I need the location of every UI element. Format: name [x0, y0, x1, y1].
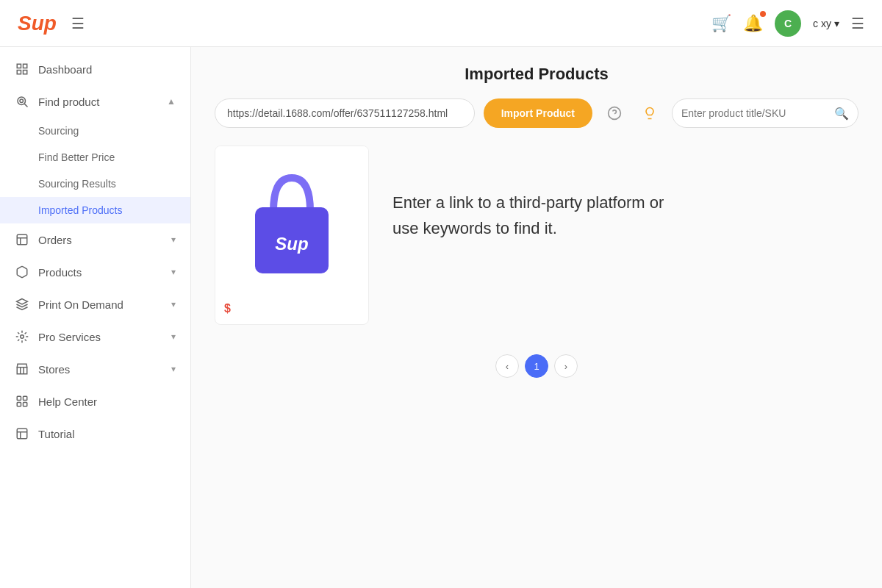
cart-icon[interactable]: 🛒 [711, 14, 731, 33]
sidebar-item-imported-products[interactable]: Imported Products [0, 197, 190, 223]
sidebar-item-find-better-price[interactable]: Find Better Price [0, 144, 190, 171]
page-title: Imported Products [215, 65, 858, 84]
pagination-next[interactable]: › [554, 354, 578, 378]
help-question-icon[interactable] [601, 100, 628, 126]
pro-services-chevron-icon: ▾ [171, 331, 176, 342]
avatar[interactable]: C [775, 10, 801, 37]
sup-bag-illustration: Sup [248, 163, 336, 277]
logo: Sup [18, 12, 57, 35]
header: Sup ☰ 🛒 🔔 C c xy ▾ ☰ [0, 0, 882, 47]
header-menu-icon[interactable]: ☰ [851, 15, 864, 32]
main-content: Imported Products Import Product 🔍 [191, 47, 882, 588]
find-product-icon [15, 94, 29, 109]
sidebar-item-pro-services[interactable]: Pro Services ▾ [0, 320, 190, 353]
svg-rect-3 [24, 71, 27, 74]
svg-rect-9 [17, 396, 21, 400]
stores-chevron-icon: ▾ [171, 364, 176, 374]
svg-rect-2 [17, 71, 21, 74]
orders-icon [15, 232, 29, 247]
svg-text:Sup: Sup [275, 234, 308, 254]
sidebar-item-stores[interactable]: Stores ▾ [0, 353, 190, 385]
hamburger-icon[interactable]: ☰ [71, 15, 85, 32]
sidebar-item-dashboard[interactable]: Dashboard [0, 53, 190, 85]
bulb-icon[interactable] [637, 100, 663, 126]
sidebar-item-find-product-label: Find product [38, 96, 158, 108]
help-icon [15, 394, 29, 409]
svg-line-5 [24, 104, 27, 107]
sidebar-item-orders-label: Orders [38, 234, 162, 246]
print-chevron-icon: ▾ [171, 299, 176, 309]
url-input[interactable] [215, 98, 475, 128]
toolbar: Import Product 🔍 [215, 98, 858, 128]
pagination: ‹ 1 › [215, 354, 858, 378]
svg-rect-12 [24, 403, 27, 406]
search-wrap: 🔍 [672, 98, 858, 128]
search-icon: 🔍 [834, 107, 849, 121]
chevron-down-icon: ▾ [834, 18, 839, 29]
sidebar-item-sourcing[interactable]: Sourcing [0, 118, 190, 144]
sidebar-item-help-center-label: Help Center [38, 395, 176, 408]
sidebar-item-stores-label: Stores [38, 363, 162, 376]
layout: Dashboard Find product ▲ Sourcing Find B… [0, 47, 882, 588]
product-card-body: $ [215, 293, 368, 324]
pagination-prev[interactable]: ‹ [495, 354, 519, 378]
sidebar-item-tutorial-label: Tutorial [38, 428, 176, 440]
svg-point-4 [18, 97, 26, 105]
notification-badge [760, 11, 766, 17]
empty-state: Enter a link to a third-party platform o… [392, 146, 664, 241]
pro-services-icon [15, 329, 29, 344]
product-card-image: Sup [215, 146, 368, 293]
svg-rect-7 [17, 234, 27, 245]
search-input[interactable] [681, 107, 828, 119]
products-icon [15, 265, 29, 279]
svg-rect-11 [17, 403, 21, 406]
svg-rect-13 [17, 429, 27, 439]
sidebar-item-products-label: Products [38, 266, 162, 279]
sidebar-item-help-center[interactable]: Help Center [0, 385, 190, 417]
svg-rect-0 [17, 64, 21, 68]
svg-point-6 [20, 99, 24, 103]
svg-rect-10 [24, 396, 27, 400]
sidebar-item-print-label: Print On Demand [38, 298, 162, 311]
username[interactable]: c xy ▾ [813, 18, 839, 29]
find-product-submenu: Sourcing Find Better Price Sourcing Resu… [0, 118, 190, 223]
sidebar: Dashboard Find product ▲ Sourcing Find B… [0, 47, 191, 588]
stores-icon [15, 362, 29, 376]
sidebar-item-print-on-demand[interactable]: Print On Demand ▾ [0, 288, 190, 320]
sidebar-item-sourcing-results[interactable]: Sourcing Results [0, 171, 190, 197]
sidebar-item-tutorial[interactable]: Tutorial [0, 417, 190, 450]
print-icon [15, 297, 29, 312]
products-chevron-icon: ▾ [171, 267, 176, 277]
sidebar-item-orders[interactable]: Orders ▾ [0, 223, 190, 256]
empty-state-message: Enter a link to a third-party platform o… [392, 190, 664, 241]
header-left: Sup ☰ [18, 12, 85, 35]
find-product-chevron-icon: ▲ [167, 96, 176, 107]
svg-rect-1 [24, 64, 27, 68]
pagination-page-1[interactable]: 1 [525, 354, 548, 378]
content-area: Sup $ Enter a link to a third-party plat… [215, 146, 858, 325]
sidebar-item-dashboard-label: Dashboard [38, 63, 176, 76]
product-card[interactable]: Sup $ [215, 146, 369, 325]
sidebar-item-find-product[interactable]: Find product ▲ [0, 85, 190, 118]
dashboard-icon [15, 62, 29, 76]
import-product-button[interactable]: Import Product [484, 98, 592, 128]
svg-point-8 [21, 335, 24, 339]
orders-chevron-icon: ▾ [171, 234, 176, 245]
sidebar-item-pro-services-label: Pro Services [38, 331, 162, 343]
sidebar-item-products[interactable]: Products ▾ [0, 256, 190, 288]
notification-icon[interactable]: 🔔 [743, 14, 763, 33]
header-right: 🛒 🔔 C c xy ▾ ☰ [711, 10, 864, 37]
tutorial-icon [15, 426, 29, 441]
product-price: $ [224, 302, 231, 315]
